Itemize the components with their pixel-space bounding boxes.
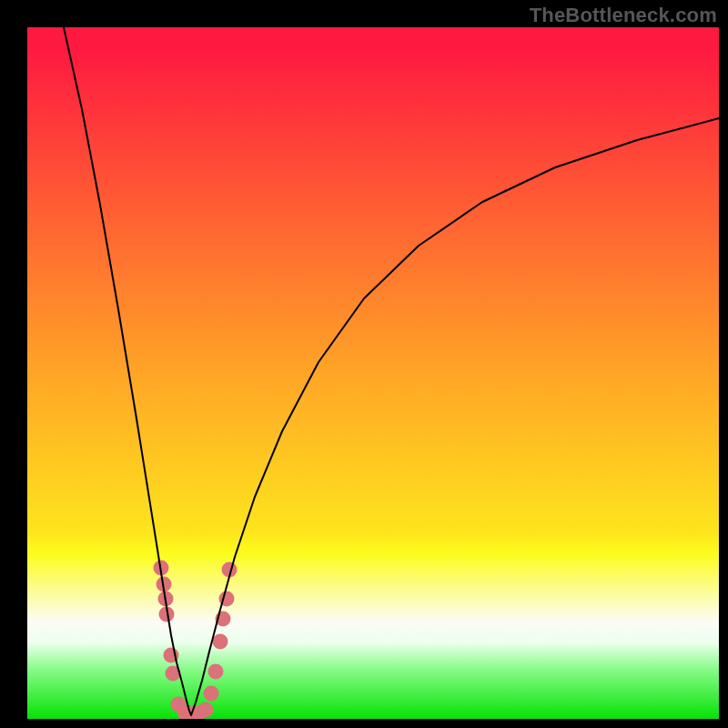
trough-dot	[198, 703, 214, 718]
trough-dot	[213, 634, 228, 650]
trough-dots-group	[154, 561, 238, 720]
chart-stage: TheBottleneck.com	[0, 0, 728, 728]
watermark-text: TheBottleneck.com	[530, 4, 717, 27]
frame-right	[719, 0, 728, 728]
trough-dot	[208, 664, 224, 680]
trough-dot	[204, 686, 219, 702]
plot-svg	[27, 27, 719, 719]
plot-area	[27, 27, 719, 719]
frame-left	[0, 0, 27, 728]
frame-bottom	[0, 719, 728, 728]
